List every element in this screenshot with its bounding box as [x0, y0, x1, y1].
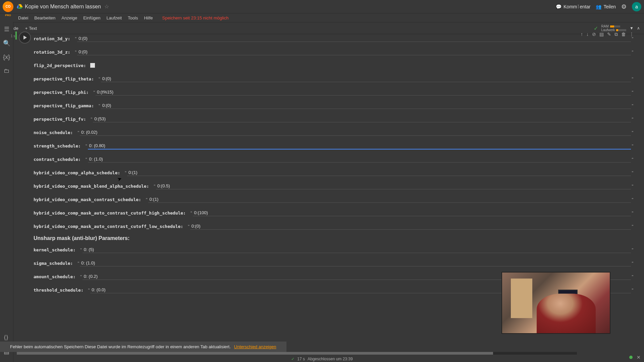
param-row: hybrid_video_comp_mask_auto_contrast_cut… — [34, 222, 634, 231]
menu-bearbeiten[interactable]: Bearbeiten — [34, 15, 55, 20]
document-title[interactable]: Kopie von Mensch altern lassen — [25, 4, 101, 10]
param-label: noise_schedule: — [34, 130, 73, 135]
param-input-wrap: "" — [93, 89, 634, 96]
quote-mark: " — [77, 130, 79, 135]
param-input-wrap: "" — [90, 116, 634, 122]
quote-mark: " — [93, 90, 95, 95]
param-row: contrast_schedule:"" — [34, 155, 634, 164]
code-cell: 1 s ↑ ↓ ⊘ ▤ ✎ ⧉ 🗑 ⋮ rotation_3d_y:""rota… — [17, 34, 634, 294]
param-input-wrap: "" — [124, 169, 634, 176]
param-input-wrap: "" — [98, 102, 634, 109]
gear-icon[interactable]: ⚙ — [621, 3, 627, 10]
files-icon[interactable]: 🗀 — [4, 67, 10, 74]
add-text-button[interactable]: + Text — [25, 26, 37, 31]
param-label: perspective_flip_gamma: — [34, 103, 94, 108]
param-input[interactable] — [88, 142, 631, 149]
param-label: flip_2d_perspective: — [34, 63, 86, 68]
param-input-wrap: "" — [77, 129, 634, 136]
variables-icon[interactable]: {x} — [3, 54, 10, 61]
param-label: hybrid_video_comp_mask_auto_contrast_cut… — [34, 210, 186, 216]
show-diff-link[interactable]: Unterschied anzeigen — [234, 344, 276, 349]
horizontal-scrollbar[interactable] — [17, 352, 577, 355]
param-input[interactable] — [190, 223, 631, 230]
param-input[interactable] — [93, 116, 631, 122]
param-input[interactable] — [156, 183, 631, 189]
status-check-icon: ✓ — [594, 25, 598, 32]
comment-button[interactable]: 💬 Kommٱentar — [556, 4, 590, 9]
quote-mark: " — [632, 157, 633, 162]
completion-status: ✓ 17 s Abgeschlossen um 23:39 — [291, 357, 353, 361]
resource-indicator[interactable]: RAM Laufwerk — [601, 24, 627, 32]
param-input[interactable] — [80, 129, 631, 136]
param-input-wrap: "" — [74, 49, 634, 55]
quote-mark: " — [99, 76, 100, 81]
param-input[interactable] — [148, 196, 631, 203]
param-input[interactable] — [88, 156, 631, 163]
quote-mark: " — [75, 36, 77, 41]
param-row: sigma_schedule:"" — [34, 259, 634, 267]
param-label: rotation_3d_y: — [34, 36, 70, 41]
menu-datei[interactable]: Datei — [18, 15, 28, 20]
param-label: perspective_flip_phi: — [34, 90, 89, 95]
param-input[interactable] — [127, 169, 631, 176]
param-input-wrap: "" — [79, 246, 634, 253]
param-row: strength_schedule:"" — [34, 141, 634, 150]
param-row: hybrid_video_comp_mask_contrast_schedule… — [34, 195, 634, 204]
param-label: hybrid_video_comp_alpha_schedule: — [34, 170, 120, 175]
left-sidebar: ☰ 🔍 {x} 🗀 ⟨⟩ ▤ — [0, 22, 13, 362]
share-button[interactable]: 👥 Teilen — [596, 4, 616, 9]
param-input[interactable] — [101, 75, 631, 82]
colab-logo: CO — [3, 1, 13, 12]
toolbar: + Code + Text ✓ RAM Laufwerk ▼ ∧ — [0, 22, 644, 34]
code-snippets-icon[interactable]: ⟨⟩ — [4, 334, 9, 341]
menubar: Datei Bearbeiten Anzeige Einfügen Laufze… — [0, 13, 644, 22]
param-input[interactable] — [96, 89, 631, 96]
search-icon[interactable]: 🔍 — [3, 40, 10, 47]
param-label: strength_schedule: — [34, 143, 81, 148]
run-cell-button[interactable] — [19, 32, 31, 44]
quote-mark: " — [154, 184, 155, 189]
param-label: kernel_schedule: — [34, 247, 75, 252]
menu-tools[interactable]: Tools — [128, 15, 138, 20]
menu-laufzeit[interactable]: Laufzeit — [107, 15, 122, 20]
quote-mark: " — [632, 210, 633, 216]
param-checkbox[interactable] — [90, 63, 95, 68]
chevron-up-icon[interactable]: ∧ — [637, 26, 640, 31]
menu-anzeige[interactable]: Anzeige — [61, 15, 77, 20]
chevron-down-icon[interactable]: ▼ — [630, 26, 634, 31]
menu-einfuegen[interactable]: Einfügen — [83, 15, 100, 20]
quote-mark: " — [632, 184, 633, 189]
close-icon[interactable]: ✕ — [637, 355, 641, 360]
param-input-wrap: "" — [98, 75, 634, 82]
quote-mark: " — [88, 288, 90, 293]
param-input-wrap: "" — [153, 183, 634, 189]
param-input[interactable] — [77, 49, 631, 55]
param-row: perspective_flip_theta:"" — [34, 74, 634, 83]
bottom-status: ✕ — [629, 355, 641, 360]
drive-icon — [17, 4, 23, 10]
cell-status-marker — [15, 32, 17, 40]
quote-mark: " — [632, 103, 633, 108]
param-input[interactable] — [77, 35, 631, 42]
param-input[interactable] — [101, 102, 631, 109]
quote-mark: " — [632, 36, 633, 41]
param-row: perspective_flip_gamma:"" — [34, 101, 634, 110]
quote-mark: " — [632, 90, 633, 95]
param-label: rotation_3d_z: — [34, 50, 70, 55]
autosave-error-bar: Fehler beim automatischen Speichern Dies… — [0, 342, 286, 352]
param-input[interactable] — [193, 209, 631, 216]
quote-mark: " — [632, 117, 633, 122]
toc-icon[interactable]: ☰ — [4, 25, 9, 33]
plus-icon: + — [25, 26, 28, 31]
connection-dot — [629, 356, 633, 359]
param-row: flip_2d_perspective: — [34, 61, 634, 70]
avatar[interactable]: a — [632, 2, 641, 11]
quote-mark: " — [80, 274, 82, 279]
param-input[interactable] — [80, 260, 631, 266]
menu-hilfe[interactable]: Hilfe — [144, 15, 153, 20]
param-label: sigma_schedule: — [34, 261, 73, 266]
quote-mark: " — [632, 261, 633, 266]
star-icon[interactable]: ☆ — [104, 3, 109, 10]
app-header: CO Kopie von Mensch altern lassen ☆ 💬 Ko… — [0, 0, 644, 13]
param-input[interactable] — [83, 246, 631, 253]
